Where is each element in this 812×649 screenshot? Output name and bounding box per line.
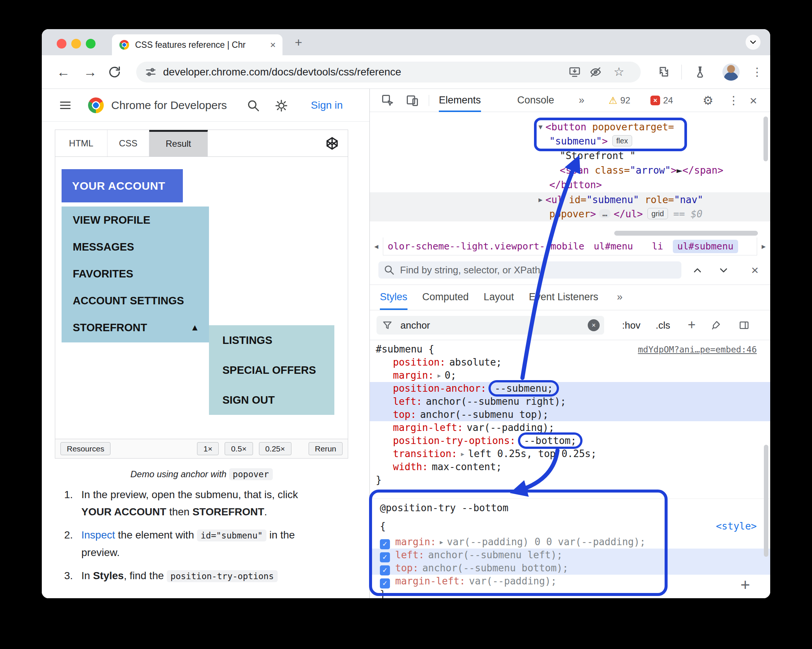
horizontal-scrollbar[interactable] <box>614 231 758 236</box>
declaration-checkbox[interactable]: ✓ <box>380 552 390 562</box>
bookmark-star-icon[interactable]: ☆ <box>614 65 624 78</box>
theme-sun-icon[interactable] <box>275 99 288 112</box>
hidden-children-icon[interactable]: … <box>599 209 611 218</box>
css-declaration[interactable]: left:anchor(--submenu right); <box>393 395 566 408</box>
resources-button[interactable]: Resources <box>61 442 110 455</box>
your-account-button[interactable]: YOUR ACCOUNT <box>61 169 183 202</box>
forward-button[interactable]: → <box>84 55 97 89</box>
close-devtools-icon[interactable]: × <box>750 89 757 112</box>
expand-icon[interactable]: ▶ <box>438 372 441 379</box>
inspect-element-icon[interactable] <box>381 94 394 107</box>
tab-computed[interactable]: Computed <box>423 285 469 310</box>
css-declaration[interactable]: transition:▶left 0.25s, top 0.25s; <box>393 447 597 461</box>
css-declaration-checkable[interactable]: ✓left:anchor(--submenu left); <box>380 548 562 562</box>
tab-event-listeners[interactable]: Event Listeners <box>529 285 598 310</box>
submenu-item[interactable]: SIGN OUT <box>209 385 334 415</box>
scale-025x-button[interactable]: 0.25× <box>259 442 292 455</box>
chrome-logo-icon[interactable] <box>88 98 104 113</box>
crumb-scroll-left[interactable]: ◀ <box>370 237 383 256</box>
declaration-checkbox[interactable]: ✓ <box>380 565 390 576</box>
dom-line-ul-open[interactable]: ▶<ul id="submenu" role="nav" <box>539 192 704 207</box>
profile-avatar[interactable] <box>722 63 740 81</box>
menu-item[interactable]: MESSAGES <box>61 233 209 260</box>
site-brand[interactable]: Chrome for Developers <box>111 89 227 122</box>
menu-item[interactable]: FAVORITES <box>61 260 209 287</box>
sidebar-toggle-icon[interactable] <box>739 320 750 331</box>
chrome-labs-flask-icon[interactable] <box>693 65 707 79</box>
find-input[interactable]: Find by string, selector, or XPath <box>379 262 681 279</box>
dom-line-text[interactable]: "Storefront " <box>560 148 636 163</box>
more-tabs-button[interactable]: » <box>579 89 585 111</box>
install-icon[interactable] <box>568 66 581 78</box>
close-window-button[interactable] <box>57 39 66 49</box>
dom-line-button-attr[interactable]: "submenu">flex <box>549 134 632 148</box>
zoom-window-button[interactable] <box>86 39 96 49</box>
menu-item-storefront[interactable]: STOREFRONT▲ <box>61 314 209 341</box>
tab-html[interactable]: HTML <box>55 130 107 156</box>
rerun-button[interactable]: Rerun <box>308 442 343 455</box>
tab-search-button[interactable] <box>746 35 760 50</box>
browser-tab[interactable]: CSS features reference | Chr × <box>112 34 282 55</box>
tab-css[interactable]: CSS <box>107 130 149 156</box>
css-declaration-position-anchor[interactable]: position-anchor:--submenu; <box>393 382 557 395</box>
new-tab-button[interactable]: + <box>295 34 302 51</box>
css-declaration-checkable[interactable]: ✓margin-left:var(--padding); <box>380 575 557 588</box>
crumb-scroll-right[interactable]: ▶ <box>757 237 770 256</box>
toggle-hover-state-button[interactable]: :hov <box>622 310 640 340</box>
scale-1x-button[interactable]: 1× <box>197 442 219 455</box>
tab-close-icon[interactable]: × <box>270 34 276 55</box>
tree-collapsed-icon[interactable]: ▶ <box>539 196 543 204</box>
css-declaration-position-try-options[interactable]: position-try-options:--bottom; <box>393 434 580 447</box>
css-declaration[interactable]: margin:▶0; <box>393 369 456 382</box>
dom-line-button-close[interactable]: </button> <box>549 178 602 192</box>
browser-menu-kebab-icon[interactable]: ⋮ <box>751 65 763 79</box>
style-element-link[interactable]: <style> <box>716 520 757 533</box>
vertical-scrollbar[interactable] <box>763 116 768 161</box>
find-next-icon[interactable] <box>717 264 730 276</box>
reload-button[interactable] <box>107 65 122 79</box>
tune-icon[interactable] <box>144 66 157 78</box>
style-filter-input[interactable]: anchor × <box>377 316 604 335</box>
expand-icon[interactable]: ▶ <box>461 451 464 458</box>
position-try-header[interactable]: @position-try --bottom <box>380 502 508 514</box>
inspect-link[interactable]: Inspect <box>81 529 115 541</box>
new-style-rule-button[interactable]: + <box>688 310 696 340</box>
dom-line-button-open[interactable]: ▼<button popovertarget= <box>539 119 674 134</box>
flex-badge[interactable]: flex <box>612 135 632 146</box>
styles-scrollbar[interactable] <box>764 445 768 557</box>
breadcrumb-item-selected[interactable]: ul#submenu <box>673 240 738 253</box>
tab-styles[interactable]: Styles <box>380 285 408 310</box>
stylesheet-source-link[interactable]: mdYdpOM?ani…pe=embed:46 <box>638 343 757 356</box>
submenu-item[interactable]: LISTINGS <box>209 325 334 355</box>
new-rule-plus-button[interactable]: + <box>740 576 750 594</box>
devtools-menu-kebab-icon[interactable]: ⋮ <box>728 89 739 112</box>
breadcrumb-item[interactable]: ul#menu <box>594 237 633 256</box>
back-button[interactable]: ← <box>57 55 70 89</box>
submenu-item[interactable]: SPECIAL OFFERS <box>209 355 334 385</box>
css-declaration[interactable]: position:absolute; <box>393 356 502 369</box>
toggle-class-button[interactable]: .cls <box>656 310 670 340</box>
css-declaration-checkable[interactable]: ✓margin:▶var(--padding) 0 0 var(--paddin… <box>380 536 646 548</box>
device-toolbar-icon[interactable] <box>406 94 419 107</box>
css-declaration[interactable]: width:max-content; <box>393 461 502 473</box>
scale-05x-button[interactable]: 0.5× <box>224 442 253 455</box>
menu-item[interactable]: VIEW PROFILE <box>61 207 209 233</box>
codepen-icon[interactable] <box>325 136 340 151</box>
menu-item[interactable]: ACCOUNT SETTINGS <box>61 287 209 314</box>
url-text[interactable]: developer.chrome.com/docs/devtools/css/r… <box>163 61 401 83</box>
extensions-puzzle-icon[interactable] <box>658 65 671 79</box>
dom-line-span[interactable]: <span class="arrow">►</span> <box>560 163 723 178</box>
tab-result[interactable]: Result <box>149 130 208 156</box>
declaration-checkbox[interactable]: ✓ <box>380 539 390 549</box>
clear-filter-icon[interactable]: × <box>588 319 600 331</box>
warnings-badge[interactable]: ⚠92 <box>609 89 630 112</box>
css-declaration[interactable]: top:anchor(--submenu top); <box>393 408 548 421</box>
search-icon[interactable] <box>247 99 260 112</box>
errors-badge[interactable]: ×24 <box>650 89 673 112</box>
tab-console[interactable]: Console <box>517 89 554 112</box>
grid-badge[interactable]: grid <box>647 208 668 219</box>
dom-line-ul-close[interactable]: popover>…</ul>grid== $0 <box>549 207 702 222</box>
more-tabs-button[interactable]: » <box>617 285 623 310</box>
minimize-window-button[interactable] <box>71 39 81 49</box>
breadcrumb-item[interactable]: olor-scheme--light.viewport--mobile <box>388 237 585 256</box>
